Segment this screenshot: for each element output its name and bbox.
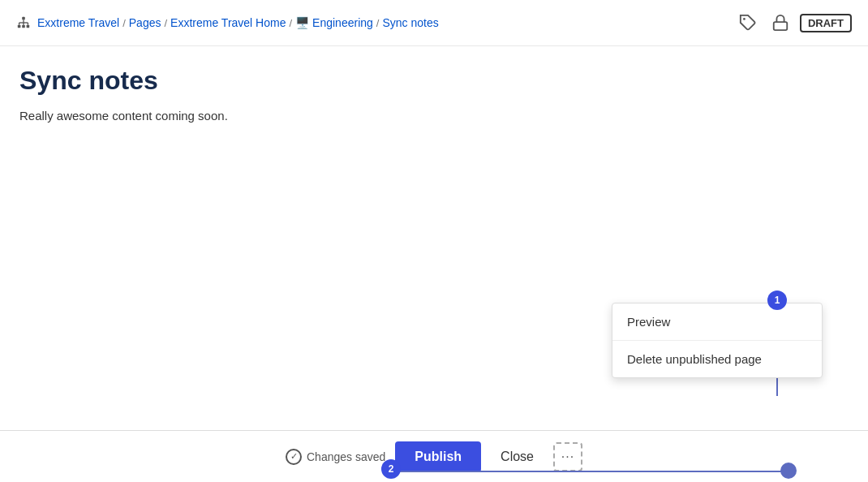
- bottom-bar: ✓ Changes saved Publish Close ···: [0, 430, 868, 482]
- svg-rect-1: [18, 25, 21, 28]
- breadcrumb-sync-notes[interactable]: Sync notes: [382, 16, 438, 29]
- breadcrumb-engineering[interactable]: Engineering: [312, 16, 373, 29]
- changes-saved: ✓ Changes saved: [286, 449, 385, 465]
- header: Exxtreme Travel / Pages / Exxtreme Trave…: [0, 0, 868, 46]
- breadcrumb-exxtreme-travel[interactable]: Exxtreme Travel: [37, 16, 119, 29]
- svg-rect-3: [27, 25, 30, 28]
- svg-rect-2: [22, 25, 25, 28]
- breadcrumb-sep-2: /: [164, 17, 167, 29]
- breadcrumb-pages[interactable]: Pages: [129, 16, 161, 29]
- svg-rect-0: [22, 17, 25, 20]
- breadcrumb: Exxtreme Travel / Pages / Exxtreme Trave…: [16, 15, 728, 30]
- changes-saved-label: Changes saved: [307, 450, 385, 463]
- close-button[interactable]: Close: [491, 441, 544, 472]
- preview-menu-item[interactable]: Preview: [612, 303, 822, 341]
- breadcrumb-sep-1: /: [122, 17, 126, 29]
- draft-badge[interactable]: DRAFT: [800, 14, 852, 32]
- tag-icon[interactable]: [735, 10, 761, 36]
- header-icons: DRAFT: [735, 10, 852, 36]
- engineering-emoji: 🖥️: [295, 16, 309, 29]
- check-icon: ✓: [286, 449, 302, 465]
- more-options-button[interactable]: ···: [553, 442, 582, 471]
- breadcrumb-sep-3: /: [289, 17, 292, 29]
- svg-rect-10: [774, 22, 788, 30]
- step-badge-2: 2: [381, 459, 401, 479]
- step-badge-1: 1: [767, 290, 787, 310]
- delete-unpublished-menu-item[interactable]: Delete unpublished page: [612, 341, 822, 377]
- lock-icon[interactable]: [767, 10, 793, 36]
- page-content: Really awesome content coming soon.: [0, 102, 868, 129]
- breadcrumb-sep-4: /: [376, 17, 380, 29]
- slider-thumb-right[interactable]: [780, 463, 797, 479]
- page-title: Sync notes: [0, 46, 868, 102]
- tree-icon[interactable]: [16, 15, 31, 30]
- breadcrumb-travel-home[interactable]: Exxtreme Travel Home: [170, 16, 286, 29]
- publish-button[interactable]: Publish: [395, 441, 481, 472]
- dropdown-menu: Preview Delete unpublished page: [612, 303, 823, 378]
